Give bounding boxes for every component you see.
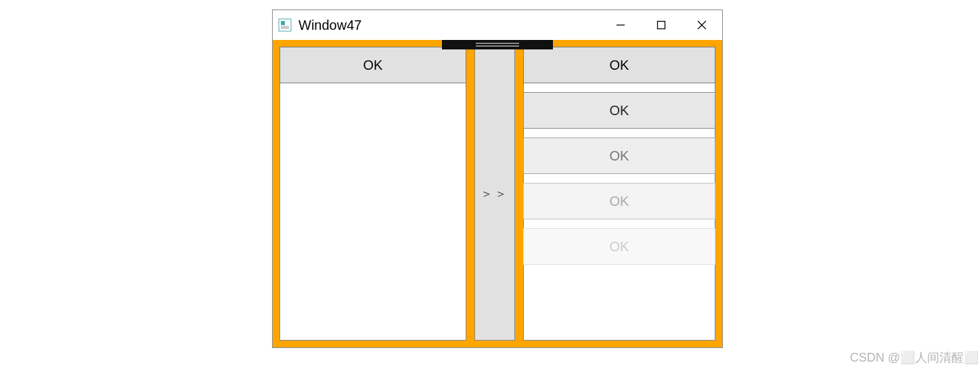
ok-button[interactable]: OK bbox=[523, 228, 715, 265]
app-icon bbox=[278, 18, 292, 32]
window-title: Window47 bbox=[298, 18, 600, 33]
svg-rect-2 bbox=[281, 26, 289, 29]
ok-button[interactable]: OK bbox=[523, 137, 715, 174]
left-panel: OK bbox=[280, 47, 466, 341]
maximize-button[interactable] bbox=[641, 10, 682, 40]
minimize-button[interactable] bbox=[600, 10, 641, 40]
titlebar[interactable]: Window47 bbox=[273, 10, 722, 40]
transfer-button[interactable]: ＞＞ bbox=[474, 47, 515, 341]
ok-button[interactable]: OK bbox=[523, 47, 715, 83]
splitter-grip[interactable] bbox=[442, 40, 553, 49]
right-panel: OK OK OK OK OK bbox=[523, 47, 715, 341]
close-button[interactable] bbox=[682, 10, 722, 40]
client-area: OK ＞＞ OK OK OK OK OK bbox=[273, 40, 722, 347]
watermark-text: CSDN @⬜人间清醒⬜ bbox=[850, 349, 979, 366]
svg-rect-4 bbox=[658, 22, 665, 29]
app-window: Window47 OK ＞＞ OK OK OK OK OK bbox=[272, 9, 723, 348]
svg-rect-1 bbox=[281, 21, 285, 25]
ok-button[interactable]: OK bbox=[280, 47, 466, 83]
ok-button[interactable]: OK bbox=[523, 183, 715, 219]
ok-button[interactable]: OK bbox=[523, 92, 715, 129]
